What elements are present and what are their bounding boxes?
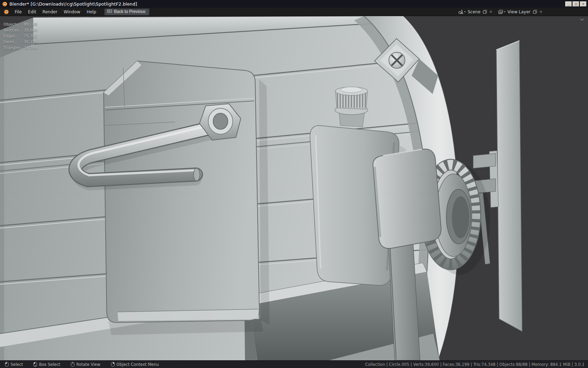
- stat-objects: Objects88 / 88: [4, 22, 37, 28]
- scene-statistics: Collection | Circle.005 | Verts:39,600 |…: [365, 362, 584, 367]
- hint-rotate-view: Rotate View: [71, 362, 100, 367]
- chevron-down-icon: ▾: [504, 10, 505, 13]
- menu-edit[interactable]: Edit: [25, 9, 39, 15]
- statusbar: Select Box Select Rotate View Object Con…: [0, 360, 588, 368]
- scene-name[interactable]: Scene: [467, 9, 481, 14]
- view-layer-icon: [498, 9, 503, 14]
- blender-logo-icon: [2, 1, 7, 7]
- 3d-viewport[interactable]: Objects88 / 88 Vertices39,600 Edges75,76…: [0, 16, 588, 360]
- window-title: Blender* [G:\Downloads\!cg\Spotlight\Spo…: [9, 1, 137, 7]
- model-bottle-cap[interactable]: [335, 87, 368, 109]
- menu-file[interactable]: File: [12, 9, 25, 15]
- menu-window[interactable]: Window: [61, 9, 83, 15]
- new-view-layer-icon[interactable]: [533, 9, 537, 14]
- stats-overlay: Objects88 / 88 Vertices39,600 Edges75,76…: [4, 22, 37, 51]
- scene-icon: [458, 9, 463, 14]
- menu-render[interactable]: Render: [39, 9, 61, 15]
- hint-context-menu: Object Context Menu: [111, 362, 159, 367]
- stat-vertices: Vertices39,600: [4, 28, 37, 34]
- view-layer-selector[interactable]: ▾ View Layer ×: [497, 9, 545, 15]
- header-right: ▾ Scene × ▾ View Layer: [457, 9, 585, 15]
- back-icon: [107, 9, 112, 14]
- hint-label: Object Context Menu: [117, 362, 159, 367]
- hint-box-select: Box Select: [33, 362, 60, 367]
- corner-expand-icon[interactable]: [580, 18, 584, 21]
- stat-triangles: Triangles74,348: [4, 45, 37, 51]
- mouse-drag-icon: [33, 362, 37, 367]
- hint-label: Box Select: [39, 362, 60, 367]
- new-scene-icon[interactable]: [483, 9, 487, 14]
- mouse-right-icon: [111, 362, 115, 367]
- chevron-down-icon: ▾: [464, 10, 465, 13]
- mouse-left-icon: [5, 362, 9, 367]
- titlebar: Blender* [G:\Downloads\!cg\Spotlight\Spo…: [0, 0, 588, 8]
- minimize-button[interactable]: _: [565, 1, 572, 7]
- back-button-label: Back to Previous: [114, 9, 146, 14]
- blender-window: Blender* [G:\Downloads\!cg\Spotlight\Spo…: [0, 0, 588, 368]
- unlink-scene-icon[interactable]: ×: [489, 9, 493, 14]
- back-to-previous-button[interactable]: Back to Previous: [104, 8, 149, 15]
- scene-selector[interactable]: ▾ Scene ×: [457, 9, 495, 15]
- menu-help[interactable]: Help: [83, 9, 99, 15]
- remove-view-layer-icon[interactable]: ×: [539, 9, 543, 14]
- blender-app-icon[interactable]: [4, 9, 9, 15]
- close-button[interactable]: ×: [580, 1, 587, 7]
- hint-select: Select: [5, 362, 23, 367]
- view-layer-name[interactable]: View Layer: [507, 9, 531, 14]
- maximize-button[interactable]: □: [573, 1, 579, 7]
- stat-faces: Faces36,199: [4, 39, 37, 45]
- hint-label: Select: [10, 362, 23, 367]
- model-plate[interactable]: [104, 61, 270, 335]
- mouse-middle-icon: [71, 362, 75, 367]
- window-controls: _ □ ×: [565, 1, 587, 7]
- stat-edges: Edges75,762: [4, 34, 37, 40]
- viewport-canvas[interactable]: [0, 16, 588, 360]
- menubar: File Edit Render Window Help Back to Pre…: [0, 8, 588, 16]
- hint-label: Rotate View: [76, 362, 100, 367]
